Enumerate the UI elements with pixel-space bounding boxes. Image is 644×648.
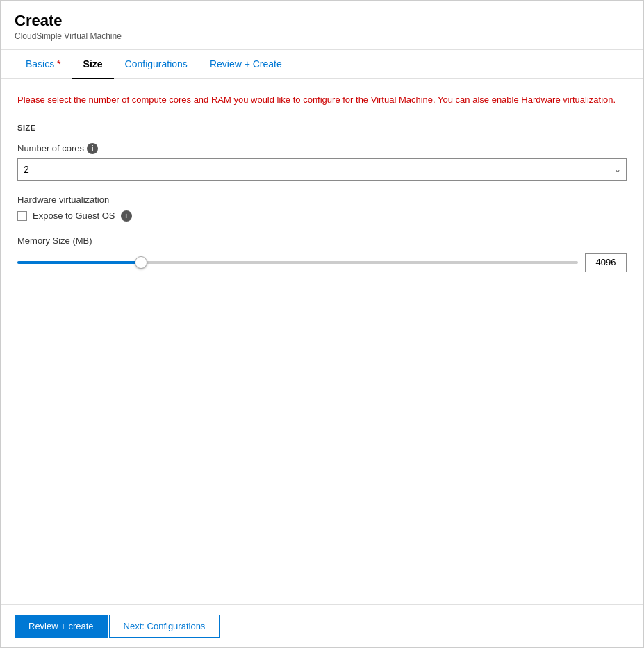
footer: Review + create Next: Configurations (1, 604, 643, 647)
hw-virtualization-label: Hardware virtualization (17, 194, 627, 205)
review-create-button[interactable]: Review + create (15, 615, 108, 638)
hw-virtualization-section: Hardware virtualization Expose to Guest … (17, 194, 627, 222)
tab-review-create[interactable]: Review + Create (199, 50, 293, 79)
cores-label-row: Number of cores i (17, 143, 627, 154)
memory-section: Memory Size (MB) 4096 (17, 235, 627, 272)
memory-slider-row: 4096 (17, 253, 627, 272)
size-section-title: SIZE (17, 124, 627, 132)
header: Create CloudSimple Virtual Machine (1, 1, 643, 50)
tab-size[interactable]: Size (72, 50, 114, 79)
memory-label: Memory Size (MB) (17, 235, 627, 246)
tab-basics[interactable]: Basics (15, 50, 72, 79)
cores-select-wrapper: 1 2 4 8 16 ⌄ (17, 158, 627, 181)
tab-configurations[interactable]: Configurations (114, 50, 199, 79)
cores-info-icon[interactable]: i (87, 143, 98, 154)
next-configurations-button[interactable]: Next: Configurations (109, 615, 220, 638)
content-area: Please select the number of compute core… (1, 79, 643, 604)
cores-select[interactable]: 1 2 4 8 16 (17, 158, 627, 181)
memory-slider-container (17, 254, 578, 271)
main-window: Create CloudSimple Virtual Machine Basic… (0, 0, 644, 648)
tab-bar: Basics Size Configurations Review + Crea… (1, 50, 643, 79)
expose-checkbox[interactable] (17, 211, 27, 221)
page-subtitle: CloudSimple Virtual Machine (15, 31, 629, 41)
cores-label: Number of cores (17, 143, 84, 153)
info-message: Please select the number of compute core… (17, 93, 627, 107)
expose-checkbox-row: Expose to Guest OS i (17, 210, 627, 222)
expose-info-icon[interactable]: i (121, 210, 132, 222)
memory-value-display: 4096 (585, 253, 627, 272)
expose-label: Expose to Guest OS (33, 210, 115, 221)
page-title: Create (15, 12, 629, 30)
